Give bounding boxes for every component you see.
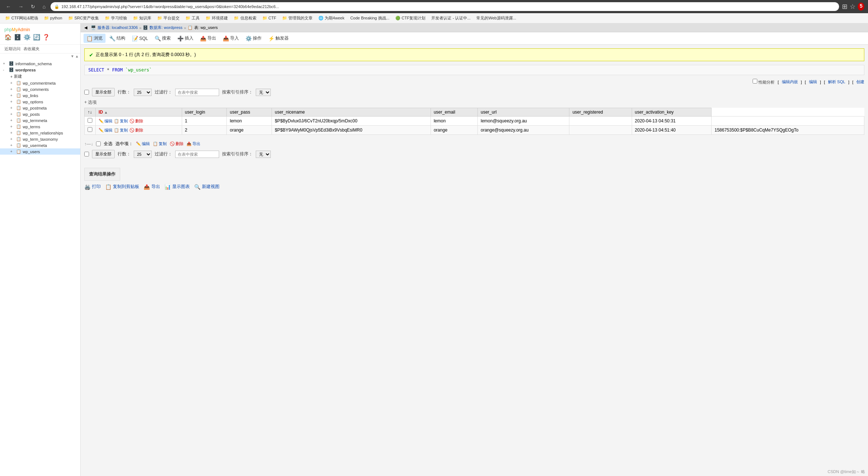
table-terms[interactable]: + 📋 wp_terms <box>0 123 80 130</box>
db-wordpress[interactable]: - 🗄️ wordpress <box>0 67 80 73</box>
header-user-email[interactable]: user_email <box>431 108 477 117</box>
row2-edit-btn[interactable]: ✏️ 编辑 <box>99 128 112 133</box>
bookmark-ctf2[interactable]: 📁 CTF <box>260 15 278 21</box>
bottom-export-btn[interactable]: 📤 导出 <box>186 141 200 147</box>
select-all-checkbox[interactable] <box>96 141 101 146</box>
extensions-icon[interactable]: ⊞ <box>842 3 847 11</box>
row1-edit-btn[interactable]: ✏️ 编辑 <box>99 118 112 124</box>
table-commentmeta[interactable]: + 📋 wp_commentmeta <box>0 80 80 86</box>
bookmark-platform[interactable]: 📁 平台提交 <box>155 15 182 22</box>
table-new[interactable]: + 新建 <box>0 73 80 80</box>
collapse-toggle[interactable]: ◀ <box>84 25 87 30</box>
recent-link[interactable]: 近期访问 <box>4 46 21 52</box>
bookmark-info[interactable]: 📁 信息检索 <box>232 15 258 22</box>
tb-export[interactable]: 📤 导出 <box>197 34 219 43</box>
bookmark-web-leak[interactable]: 常见的Web源码泄露... <box>474 15 518 22</box>
header-user-registered[interactable]: user_registered <box>569 108 632 117</box>
row1-delete-btn[interactable]: 🚫 删除 <box>129 118 143 124</box>
header-user-url[interactable]: user_url <box>478 108 569 117</box>
tb-import[interactable]: 📥 导入 <box>220 34 242 43</box>
row-count-select-bottom[interactable]: 25 50 100 <box>134 151 152 158</box>
row2-delete-btn[interactable]: 🚫 删除 <box>129 128 143 133</box>
bookmark-icon[interactable]: ☆ <box>850 3 856 11</box>
db-icon[interactable]: 🗄️ <box>14 34 21 41</box>
header-user-activation-key[interactable]: user_activation_key <box>632 108 712 117</box>
row1-copy-btn[interactable]: 📋 复制 <box>114 118 128 124</box>
tb-structure[interactable]: 🔧 结构 <box>106 34 128 43</box>
row-count-select[interactable]: 25 50 100 <box>134 89 152 96</box>
refresh-sidebar-icon[interactable]: 🔄 <box>33 34 40 41</box>
row1-checkbox[interactable] <box>88 118 92 123</box>
footer-export[interactable]: 📤 导出 <box>144 184 160 190</box>
home-button[interactable]: ⌂ <box>40 3 48 10</box>
table-options[interactable]: + 📋 wp_options <box>0 99 80 105</box>
table-postmeta[interactable]: + 📋 wp_postmeta <box>0 105 80 111</box>
show-all-button[interactable]: 显示全部 <box>92 88 115 96</box>
table-users[interactable]: + 📋 wp_users <box>0 148 80 155</box>
tb-operations[interactable]: ⚙️ 操作 <box>243 34 265 43</box>
footer-print[interactable]: 🖨️ 打印 <box>84 184 101 190</box>
db-information-schema[interactable]: + 🗄️ information_schema <box>0 60 80 67</box>
tb-sql[interactable]: 📝 SQL <box>129 34 151 43</box>
help-icon[interactable]: ❓ <box>43 34 50 41</box>
bottom-copy-btn[interactable]: 📋 复制 <box>153 141 167 147</box>
filter-input[interactable] <box>175 89 219 96</box>
sort-select-bottom[interactable]: 无 <box>256 151 271 158</box>
server-link[interactable]: 服务器: localhost:3306 <box>97 25 138 30</box>
footer-chart[interactable]: 📊 显示图表 <box>165 184 190 190</box>
refresh-button[interactable]: ↻ <box>29 3 37 10</box>
tb-search[interactable]: 🔍 搜索 <box>152 34 174 43</box>
footer-clipboard[interactable]: 📋 复制到剪贴板 <box>105 184 139 190</box>
row2-checkbox[interactable] <box>88 127 92 132</box>
header-user-pass[interactable]: user_pass <box>227 108 272 117</box>
forward-button[interactable]: → <box>16 3 26 10</box>
bookmark-learn[interactable]: 📁 学习经验 <box>103 15 129 22</box>
filter-input-bottom[interactable] <box>175 151 219 158</box>
bookmark-codebreaking[interactable]: Code Breaking 挑战... <box>348 15 392 22</box>
database-link[interactable]: 数据库: wordpress <box>149 25 182 30</box>
tb-triggers[interactable]: ⚡ 触发器 <box>265 34 292 43</box>
bookmark-python[interactable]: 📁 python <box>42 15 64 21</box>
parse-sql-link[interactable]: 解析 SQL <box>828 79 845 85</box>
bookmark-dev-cert[interactable]: 开发者认证 - 认证中... <box>429 15 473 22</box>
bookmark-4week[interactable]: 🌐 为期4week <box>316 15 347 22</box>
perf-checkbox[interactable] <box>753 79 757 84</box>
create-link[interactable]: 创建 <box>856 79 864 85</box>
bookmark-ctf[interactable]: 📁 CTF网站&靶场 <box>3 15 40 22</box>
header-id[interactable]: ID ▲ <box>96 108 182 117</box>
header-user-login[interactable]: user_login <box>182 108 227 117</box>
bookmark-env[interactable]: 📁 环境搭建 <box>203 15 230 22</box>
table-term-taxonomy[interactable]: + 📋 wp_term_taxonomy <box>0 136 80 142</box>
tb-browse[interactable]: 📋 浏览 <box>84 34 106 43</box>
edit-inline-link[interactable]: 编辑内嵌 <box>782 79 798 85</box>
home-icon[interactable]: 🏠 <box>4 34 12 41</box>
rows-label: 行数： <box>118 89 131 95</box>
table-usermeta[interactable]: + 📋 wp_usermeta <box>0 142 80 148</box>
tb-insert[interactable]: ➕ 插入 <box>174 34 196 43</box>
bookmark-tools[interactable]: 📁 工具 <box>183 15 202 22</box>
bookmark-src[interactable]: 📁 SRC资产收集 <box>66 15 101 22</box>
bookmark-manage[interactable]: 📁 管理我的文章 <box>280 15 315 22</box>
show-all-checkbox-bottom[interactable] <box>84 152 89 156</box>
table-comments[interactable]: + 📋 wp_comments <box>0 86 80 92</box>
bottom-delete-btn[interactable]: 🚫 删除 <box>170 141 184 147</box>
table-termmeta[interactable]: + 📋 wp_termmeta <box>0 117 80 123</box>
back-button[interactable]: ← <box>4 3 13 10</box>
table-links[interactable]: + 📋 wp_links <box>0 92 80 99</box>
footer-view[interactable]: 🔍 新建视图 <box>194 184 219 190</box>
bottom-edit-btn[interactable]: ✏️ 编辑 <box>136 141 150 147</box>
bookmark-ctf-review[interactable]: 🟢 CTF复现计划 <box>393 15 428 22</box>
favorites-link[interactable]: 表收藏夹 <box>23 46 40 52</box>
settings-icon[interactable]: ⚙️ <box>23 34 31 41</box>
row2-copy-btn[interactable]: 📋 复制 <box>114 128 128 133</box>
edit-link[interactable]: 编辑 <box>809 79 817 85</box>
header-user-nicename[interactable]: user_nicename <box>272 108 431 117</box>
sidebar-collapse-btn[interactable]: ▼ ▲ <box>70 54 79 58</box>
table-posts[interactable]: + 📋 wp_posts <box>0 111 80 117</box>
table-term-relationships[interactable]: + 📋 wp_term_relationships <box>0 130 80 136</box>
sort-select[interactable]: 无 <box>256 89 271 96</box>
show-all-button-bottom[interactable]: 显示全部 <box>92 150 115 158</box>
bookmark-knowledge[interactable]: 📁 知识库 <box>131 15 154 22</box>
url-bar[interactable]: 🔒 192.168.47.177/phpmyadmin/sql.php?serv… <box>51 2 839 11</box>
show-all-checkbox[interactable] <box>84 90 89 95</box>
